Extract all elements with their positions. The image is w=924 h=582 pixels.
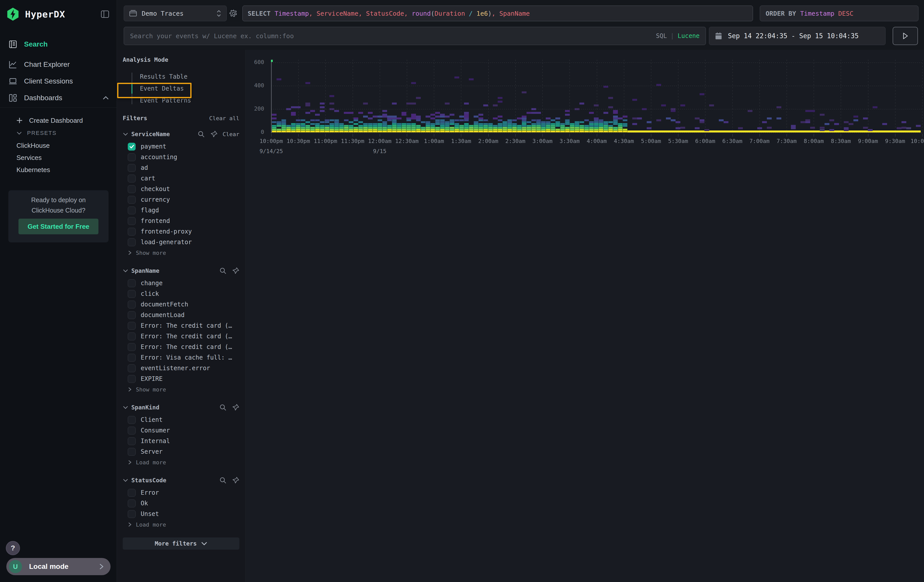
checkbox[interactable] [128, 196, 135, 204]
checkbox[interactable] [128, 279, 135, 287]
chevron-down-icon[interactable] [123, 132, 128, 136]
filter-option-change[interactable]: change [123, 278, 239, 289]
checkbox[interactable] [128, 343, 135, 351]
filter-group-clear-button[interactable]: Clear [223, 131, 239, 137]
chevron-down-icon[interactable] [123, 269, 128, 273]
language-lucene-option[interactable]: Lucene [678, 32, 700, 40]
sidebar-item-chart-explorer[interactable]: Chart Explorer [0, 56, 117, 73]
filter-group-name[interactable]: ServiceName [131, 131, 170, 137]
checkbox[interactable] [128, 333, 135, 340]
checkbox[interactable] [128, 427, 135, 434]
filter-option-payment[interactable]: payment [123, 141, 239, 152]
filter-group-name[interactable]: SpanKind [131, 404, 159, 411]
filter-option-checkout[interactable]: checkout [123, 184, 239, 195]
filter-option-flagd[interactable]: flagd [123, 205, 239, 216]
sidebar-item-search[interactable]: Search [0, 36, 117, 53]
filter-option-load-generator[interactable]: load-generator [123, 237, 239, 247]
checkbox[interactable] [128, 164, 135, 172]
clear-all-filters-button[interactable]: Clear all [209, 115, 239, 122]
pin-icon[interactable] [232, 404, 239, 411]
checkbox[interactable] [128, 510, 135, 518]
event-deltas-heatmap[interactable] [271, 59, 923, 140]
checkbox[interactable] [128, 185, 135, 193]
checkbox[interactable] [128, 354, 135, 362]
order-by-input[interactable]: ORDER BY Timestamp DESC [760, 6, 918, 21]
account-menu[interactable]: U Local mode [6, 558, 111, 575]
filter-option-consumer[interactable]: Consumer [123, 425, 239, 436]
filter-option-ad[interactable]: ad [123, 162, 239, 173]
search-input[interactable]: Search your events w/ Lucene ex. column:… [124, 27, 706, 45]
time-range-picker[interactable]: Sep 14 22:04:35 - Sep 15 10:04:35 [709, 27, 886, 45]
filter-option-error-the-credit-card-[interactable]: Error: The credit card (… [123, 331, 239, 341]
checkbox[interactable] [128, 364, 135, 372]
show-more-button[interactable]: Show more [123, 247, 239, 258]
checkbox[interactable] [128, 175, 135, 183]
filter-option-expire[interactable]: EXPIRE [123, 374, 239, 384]
search-icon[interactable] [197, 130, 205, 138]
pin-icon[interactable] [232, 476, 239, 484]
filter-option-documentfetch[interactable]: documentFetch [123, 299, 239, 310]
checkbox[interactable] [128, 416, 135, 424]
checkbox[interactable] [128, 437, 135, 445]
help-button[interactable]: ? [6, 541, 20, 555]
filter-option-internal[interactable]: Internal [123, 436, 239, 446]
search-icon[interactable] [219, 404, 227, 411]
checkbox[interactable] [128, 153, 135, 161]
source-select[interactable]: Demo Traces [124, 6, 227, 21]
show-more-button[interactable]: Show more [123, 384, 239, 395]
checkbox[interactable] [128, 301, 135, 308]
load-more-button[interactable]: Load more [123, 457, 239, 468]
source-settings-gear-icon[interactable] [229, 9, 238, 18]
filter-option-accounting[interactable]: accounting [123, 152, 239, 162]
language-sql-option[interactable]: SQL [656, 32, 667, 40]
filter-option-eventlistener-error[interactable]: eventListener.error [123, 363, 239, 374]
get-started-button[interactable]: Get Started for Free [18, 219, 98, 234]
preset-clickhouse[interactable]: ClickHouse [0, 139, 117, 152]
checkbox[interactable] [128, 311, 135, 319]
filter-option-error[interactable]: Error [123, 487, 239, 498]
search-icon[interactable] [219, 476, 227, 484]
filter-option-frontend-proxy[interactable]: frontend-proxy [123, 226, 239, 237]
filter-option-frontend[interactable]: frontend [123, 216, 239, 226]
filter-option-click[interactable]: click [123, 289, 239, 299]
filter-group-name[interactable]: StatusCode [131, 477, 166, 483]
checkbox[interactable] [128, 448, 135, 456]
more-filters-button[interactable]: More filters [123, 537, 239, 550]
analysis-mode-results-table[interactable]: Results Table [123, 71, 239, 82]
checkbox[interactable] [128, 322, 135, 330]
filter-option-cart[interactable]: cart [123, 173, 239, 184]
sidebar-item-client-sessions[interactable]: Client Sessions [0, 73, 117, 89]
filter-option-currency[interactable]: currency [123, 195, 239, 205]
load-more-button[interactable]: Load more [123, 519, 239, 530]
create-dashboard-button[interactable]: Create Dashboard [0, 114, 117, 127]
filter-option-ok[interactable]: Ok [123, 498, 239, 509]
sql-select-input[interactable]: SELECT Timestamp, ServiceName, StatusCod… [243, 6, 753, 21]
checkbox[interactable] [128, 228, 135, 236]
pin-icon[interactable] [232, 267, 239, 275]
chevron-down-icon[interactable] [123, 478, 128, 482]
sidebar-collapse-icon[interactable] [101, 10, 110, 18]
preset-services[interactable]: Services [0, 152, 117, 164]
analysis-mode-event-deltas[interactable]: Event Deltas [123, 82, 239, 94]
filter-option-unset[interactable]: Unset [123, 509, 239, 519]
sidebar-item-dashboards[interactable]: Dashboards [0, 89, 117, 106]
checkbox[interactable] [128, 217, 135, 225]
analysis-mode-event-patterns[interactable]: Event Patterns [123, 94, 239, 106]
filter-option-documentload[interactable]: documentLoad [123, 310, 239, 320]
filter-option-error-the-credit-card-[interactable]: Error: The credit card (… [123, 341, 239, 352]
presets-section-toggle[interactable]: PRESETS [0, 127, 117, 139]
checkbox[interactable] [128, 375, 135, 383]
checkbox[interactable] [128, 500, 135, 507]
chevron-down-icon[interactable] [123, 406, 128, 409]
checkbox[interactable] [128, 238, 135, 246]
filter-option-error-the-credit-card-[interactable]: Error: The credit card (… [123, 320, 239, 331]
preset-kubernetes[interactable]: Kubernetes [0, 164, 117, 176]
filter-option-client[interactable]: Client [123, 414, 239, 425]
filter-option-error-visa-cache-full-[interactable]: Error: Visa cache full: … [123, 352, 239, 363]
run-query-button[interactable] [893, 27, 918, 45]
filter-option-server[interactable]: Server [123, 446, 239, 457]
checkbox[interactable] [128, 206, 135, 214]
filter-group-name[interactable]: SpanName [131, 267, 159, 274]
checkbox[interactable] [128, 143, 135, 150]
pin-icon[interactable] [210, 130, 218, 138]
